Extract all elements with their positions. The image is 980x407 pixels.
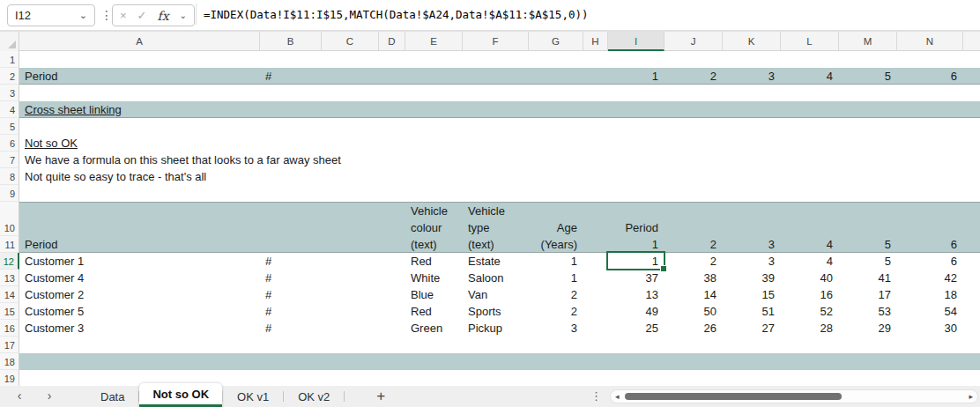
prev-sheet-icon[interactable]: ‹ xyxy=(12,386,26,407)
cell-N14[interactable]: 18 xyxy=(897,286,963,303)
column-header-k[interactable]: K xyxy=(723,32,781,51)
column-header-g[interactable]: G xyxy=(529,32,583,51)
name-box[interactable]: I12 ⌄ xyxy=(7,4,95,26)
cell-L14[interactable]: 16 xyxy=(781,286,839,303)
column-header-i[interactable]: I xyxy=(608,32,664,51)
cell-J16[interactable]: 26 xyxy=(664,320,723,337)
cell-F13[interactable]: Saloon xyxy=(463,270,529,286)
cell-K13[interactable]: 39 xyxy=(723,270,781,286)
cell-N2[interactable]: 6 xyxy=(897,68,963,85)
column-header-b[interactable]: B xyxy=(260,32,322,51)
cell-I12[interactable]: 1 xyxy=(608,253,664,270)
sheet-tab-not-so-ok[interactable]: Not so OK xyxy=(139,383,222,407)
row-header-14[interactable]: 14 xyxy=(0,286,19,303)
cell-B2[interactable]: # xyxy=(260,68,322,85)
column-header-f[interactable]: F xyxy=(463,32,529,51)
row-header-17[interactable]: 17 xyxy=(0,337,19,353)
column-header-m[interactable]: M xyxy=(839,32,897,51)
cell-G10[interactable]: Age xyxy=(529,202,583,236)
scroll-right-icon[interactable]: ▸ xyxy=(969,390,973,403)
row-header-15[interactable]: 15 xyxy=(0,303,19,320)
cell-F14[interactable]: Van xyxy=(463,286,529,303)
cell-E10[interactable]: Vehicle colour xyxy=(405,202,463,236)
cancel-icon[interactable]: × xyxy=(120,9,127,22)
row-header-13[interactable]: 13 xyxy=(0,270,19,286)
column-header-h[interactable]: H xyxy=(583,32,608,51)
cell-J13[interactable]: 38 xyxy=(664,270,723,286)
cell-J12[interactable]: 2 xyxy=(664,253,723,270)
cell-A6[interactable]: Not so OK xyxy=(19,135,583,152)
cell-I13[interactable]: 37 xyxy=(608,270,664,286)
add-sheet-button[interactable]: + xyxy=(364,386,397,407)
row-header-3[interactable]: 3 xyxy=(0,85,19,101)
cell-F15[interactable]: Sports xyxy=(463,303,529,320)
cell-J15[interactable]: 50 xyxy=(664,303,723,320)
cell-G13[interactable]: 1 xyxy=(529,270,583,286)
cell-N13[interactable]: 42 xyxy=(897,270,963,286)
cell-I10[interactable]: Period xyxy=(608,202,664,236)
cell-F11[interactable]: (text) xyxy=(463,236,529,253)
scrollbar-thumb[interactable] xyxy=(625,393,842,400)
cell-E14[interactable]: Blue xyxy=(405,286,463,303)
cell-A4[interactable]: Cross sheet linking xyxy=(19,101,583,118)
column-header-j[interactable]: J xyxy=(664,32,723,51)
scroll-left-icon[interactable]: ◂ xyxy=(615,390,620,403)
cell-F12[interactable]: Estate xyxy=(463,253,529,270)
cell-E12[interactable]: Red xyxy=(405,253,463,270)
cell-L15[interactable]: 52 xyxy=(781,303,839,320)
cell-B12[interactable]: # xyxy=(260,253,322,270)
cell-G12[interactable]: 1 xyxy=(529,253,583,270)
row-header-1[interactable]: 1 xyxy=(0,51,19,68)
next-sheet-icon[interactable]: › xyxy=(42,386,56,407)
cell-J2[interactable]: 2 xyxy=(664,68,723,85)
cell-M16[interactable]: 29 xyxy=(839,320,897,337)
cell-M11[interactable]: 5 xyxy=(839,236,897,253)
row-header-7[interactable]: 7 xyxy=(0,152,19,168)
row-header-8[interactable]: 8 xyxy=(0,168,19,185)
cell-I2[interactable]: 1 xyxy=(608,68,664,85)
cell-M2[interactable]: 5 xyxy=(839,68,897,85)
insert-function-icon[interactable]: fx xyxy=(158,9,169,23)
cell-G16[interactable]: 3 xyxy=(529,320,583,337)
row-header-10[interactable]: 10 xyxy=(0,202,19,236)
cell-K2[interactable]: 3 xyxy=(723,68,781,85)
row-header-19[interactable]: 19 xyxy=(0,370,19,386)
row-header-12[interactable]: 12 xyxy=(0,253,19,270)
cell-F10[interactable]: Vehicle type xyxy=(463,202,529,236)
column-header-c[interactable]: C xyxy=(322,32,379,51)
cell-L2[interactable]: 4 xyxy=(781,68,839,85)
cell-A8[interactable]: Not quite so easy to trace - that's all xyxy=(19,168,583,185)
cell-K14[interactable]: 15 xyxy=(723,286,781,303)
cell-N15[interactable]: 54 xyxy=(897,303,963,320)
cell-E13[interactable]: White xyxy=(405,270,463,286)
row-header-18[interactable]: 18 xyxy=(0,353,19,370)
cell-L16[interactable]: 28 xyxy=(781,320,839,337)
cell-I11[interactable]: 1 xyxy=(608,236,664,253)
cell-B13[interactable]: # xyxy=(260,270,322,286)
cell-I15[interactable]: 49 xyxy=(608,303,664,320)
cell-I14[interactable]: 13 xyxy=(608,286,664,303)
cell-F16[interactable]: Pickup xyxy=(463,320,529,337)
cell-M14[interactable]: 17 xyxy=(839,286,897,303)
column-header-l[interactable]: L xyxy=(781,32,839,51)
cell-G15[interactable]: 2 xyxy=(529,303,583,320)
chevron-down-icon[interactable]: ⌄ xyxy=(180,11,187,20)
column-header-n[interactable]: N xyxy=(897,32,963,51)
cell-N12[interactable]: 6 xyxy=(897,253,963,270)
cell-E11[interactable]: (text) xyxy=(405,236,463,253)
row-header-6[interactable]: 6 xyxy=(0,135,19,152)
cell-K11[interactable]: 3 xyxy=(723,236,781,253)
row-header-2[interactable]: 2 xyxy=(0,68,19,85)
cell-B15[interactable]: # xyxy=(260,303,322,320)
cell-A7[interactable]: We have a formula on this sheet that loo… xyxy=(19,152,583,168)
cell-N11[interactable]: 6 xyxy=(897,236,963,253)
column-header-e[interactable]: E xyxy=(405,32,463,51)
cell-B16[interactable]: # xyxy=(260,320,322,337)
cell-B14[interactable]: # xyxy=(260,286,322,303)
row-header-5[interactable]: 5 xyxy=(0,118,19,135)
cell-M15[interactable]: 53 xyxy=(839,303,897,320)
cell-L13[interactable]: 40 xyxy=(781,270,839,286)
row-header-11[interactable]: 11 xyxy=(0,236,19,253)
cell-M13[interactable]: 41 xyxy=(839,270,897,286)
cell-G14[interactable]: 2 xyxy=(529,286,583,303)
